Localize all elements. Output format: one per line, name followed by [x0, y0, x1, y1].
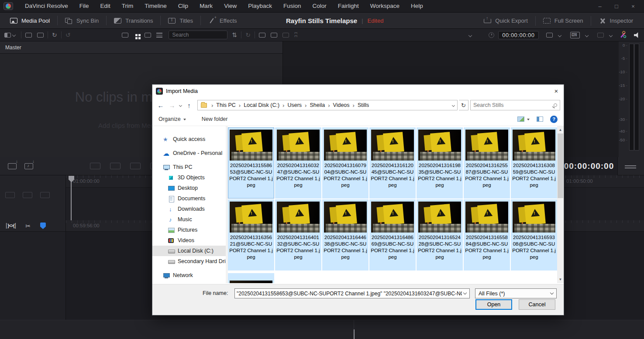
append-audio-icon[interactable] — [24, 163, 33, 169]
breadcrumb-segment[interactable]: Sheila — [310, 102, 325, 108]
split-clip-icon[interactable]: ✂ — [25, 223, 31, 229]
panel-toggle-button[interactable]: Inspector — [591, 16, 641, 26]
cancel-button[interactable]: Cancel — [519, 299, 555, 310]
track-film-icon[interactable] — [40, 192, 50, 198]
address-dropdown-chevron-icon[interactable] — [452, 103, 455, 106]
refresh-icon[interactable]: ↻ — [245, 31, 251, 38]
sidebar-item[interactable]: Local Disk (C:) — [152, 246, 226, 256]
bin-name-header[interactable]: Master — [0, 41, 282, 54]
recent-locations-chevron-icon[interactable] — [179, 103, 182, 106]
smart-insert-icon[interactable] — [90, 163, 100, 169]
multicam-icon[interactable] — [282, 33, 289, 38]
sidebar-item[interactable]: Documents — [152, 193, 226, 204]
file-name-input[interactable] — [235, 291, 464, 297]
import-media-icon[interactable] — [25, 33, 32, 38]
sidebar-item[interactable]: Videos — [152, 235, 226, 246]
refresh-icon[interactable]: ↻ — [459, 100, 468, 110]
file-item[interactable]: 20250204131630859@SUBC-NC-SUPORT2 Channe… — [511, 127, 557, 199]
streaming-icon[interactable]: ʭ — [294, 31, 297, 38]
viewer-options-chevron-icon[interactable] — [468, 33, 472, 37]
sidebar-item[interactable]: Downloads — [152, 204, 226, 214]
menu-item[interactable]: Workspace — [365, 0, 405, 12]
file-type-select[interactable]: All Files (*) — [475, 288, 557, 298]
breadcrumb-segment[interactable]: Users — [287, 102, 302, 108]
media-pool-search-input[interactable] — [169, 31, 227, 39]
scrollbar-thumb[interactable] — [558, 134, 563, 198]
menu-item[interactable]: DaVinci Resolve — [19, 0, 74, 12]
address-bar[interactable]: › This PC › Local Disk (C:) › Users — [197, 100, 458, 110]
panel-toggle-button[interactable]: Full Screen — [536, 16, 591, 26]
playback-quality-icon[interactable]: HQ — [570, 32, 580, 38]
ripple-overwrite-icon[interactable] — [130, 163, 141, 169]
menu-item[interactable]: File — [74, 0, 95, 12]
dialog-close-icon[interactable]: × — [549, 85, 564, 97]
thumbnail-view-icon[interactable] — [135, 34, 138, 36]
panel-toggle-button[interactable]: Media Pool — [3, 16, 58, 25]
file-item[interactable]: 20250204131558653@SUBC-NC-SUPORT2 Channe… — [228, 127, 274, 199]
clip-info-icon[interactable] — [259, 33, 265, 38]
preview-pane-icon[interactable] — [537, 116, 543, 122]
file-item[interactable]: 20250204131659308@SUBC-NC-SUPORT2 Channe… — [511, 199, 557, 271]
bin-list-toggle-icon[interactable] — [4, 33, 11, 38]
chevron-down-icon[interactable] — [585, 33, 588, 37]
file-item[interactable]: 20250204131640132@SUBC-NC-SUPORT2 Channe… — [275, 199, 321, 271]
file-item[interactable]: 20250204131648669@SUBC-NC-SUPORT2 Channe… — [369, 199, 416, 271]
chevron-down-icon[interactable] — [558, 33, 561, 37]
panel-toggle-button[interactable]: Titles — [161, 16, 201, 25]
sidebar-item[interactable]: Pictures — [152, 225, 226, 235]
menu-item[interactable]: Fairlight — [332, 0, 365, 12]
open-button[interactable]: Open — [475, 299, 512, 310]
strip-view-icon[interactable] — [145, 33, 151, 38]
sort-icon[interactable]: ⇅ — [232, 31, 237, 38]
dialog-title-bar[interactable]: Import Media × — [152, 85, 564, 98]
file-item[interactable]: 20250204131619835@SUBC-NC-SUPORT2 Channe… — [417, 127, 463, 199]
sidebar-item[interactable]: 3D Objects — [152, 172, 226, 183]
file-item[interactable]: 20250204131655884@SUBC-NC-SUPORT2 Channe… — [464, 199, 510, 271]
breadcrumb-segment[interactable]: Videos — [333, 102, 350, 108]
chevron-down-icon[interactable] — [609, 33, 612, 37]
file-item[interactable]: 20250204131607904@SUBC-NC-SUPORT2 Channe… — [322, 127, 368, 199]
menu-item[interactable]: Fusion — [278, 0, 307, 12]
sidebar-item[interactable]: Quick access — [152, 134, 226, 144]
view-dropdown-triangle-icon[interactable] — [527, 119, 530, 122]
window-control-icon[interactable]: – — [592, 3, 608, 10]
menu-item[interactable]: Color — [307, 0, 332, 12]
snapping-icon[interactable] — [40, 223, 46, 229]
sidebar-item[interactable]: Secondary Hard Dri — [152, 256, 226, 267]
import-folder-icon[interactable] — [37, 33, 44, 38]
timeline-options-menu-icon[interactable] — [625, 164, 636, 168]
breadcrumb-segment[interactable]: Stills — [358, 102, 369, 108]
panel-toggle-button[interactable]: Transitions — [107, 16, 161, 25]
sidebar-item[interactable]: Music — [152, 214, 226, 225]
menu-item[interactable]: View — [218, 0, 242, 12]
back-button-icon[interactable]: ← — [156, 102, 165, 109]
file-item[interactable]: 20250204131612045@SUBC-NC-SUPORT2 Channe… — [369, 127, 416, 199]
dual-monitor-icon[interactable] — [271, 33, 277, 38]
panel-toggle-button[interactable]: Sync Bin — [58, 16, 107, 25]
change-view-icon[interactable] — [517, 116, 524, 122]
file-item[interactable]: 20250204131652428@SUBC-NC-SUPORT2 Channe… — [417, 199, 463, 271]
resize-viewer-icon[interactable] — [546, 33, 553, 38]
list-view-icon[interactable] — [156, 33, 162, 38]
panel-toggle-button[interactable]: Effects — [201, 16, 245, 25]
file-item-partial[interactable] — [228, 273, 274, 283]
track-options-icon[interactable] — [5, 192, 15, 198]
file-item[interactable]: 20250204131625587@SUBC-NC-SUPORT2 Channe… — [464, 127, 510, 199]
sidebar-item[interactable]: OneDrive - Personal — [152, 148, 226, 158]
magic-tools-icon[interactable] — [620, 33, 625, 38]
menu-item[interactable]: Timeline — [139, 0, 172, 12]
file-item[interactable]: 20250204131635621@SUBC-NC-SUPORT2 Channe… — [228, 199, 274, 271]
breadcrumb-segment[interactable]: This PC — [216, 102, 235, 108]
menu-item[interactable]: Clip — [172, 0, 194, 12]
menu-item[interactable]: Help — [405, 0, 429, 12]
enhance-image-icon[interactable] — [597, 33, 604, 38]
track-levels-icon[interactable] — [23, 192, 32, 198]
menu-item[interactable]: Mark — [194, 0, 218, 12]
help-button[interactable]: ? — [550, 116, 558, 123]
sync-icon[interactable]: ↻ — [52, 31, 57, 38]
forward-button-icon[interactable]: → — [167, 102, 177, 109]
search-input[interactable] — [473, 102, 554, 108]
metadata-view-icon[interactable] — [122, 33, 128, 38]
menu-item[interactable]: Playback — [242, 0, 278, 12]
new-folder-button[interactable]: New folder — [202, 116, 228, 122]
